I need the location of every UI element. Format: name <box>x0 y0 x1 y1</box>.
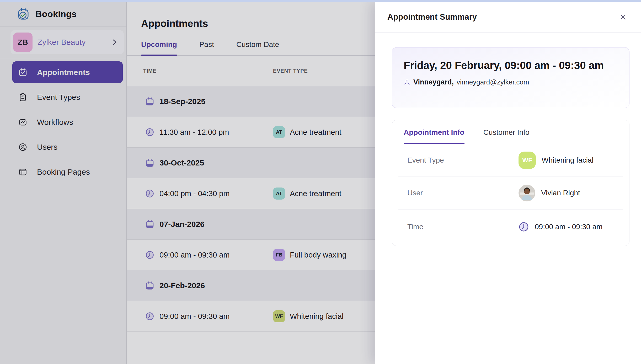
panel-tab-bar: Appointment Info Customer Info <box>392 120 629 144</box>
appointment-datetime: Friday, 20 February, 09:00 am - 09:30 am <box>392 47 629 71</box>
contact-line: Vinneygard, vinneygard@zylker.com <box>404 78 629 86</box>
event-type-badge: WF <box>519 152 536 169</box>
appointment-summary-panel: Appointment Summary Friday, 20 February,… <box>375 2 641 364</box>
summary-card: Friday, 20 February, 09:00 am - 09:30 am… <box>392 47 629 108</box>
detail-row-event-type: Event Type WF Whitening facial <box>398 144 623 177</box>
close-icon[interactable] <box>617 11 629 23</box>
detail-label: Event Type <box>407 156 519 164</box>
panel-body: Friday, 20 February, 09:00 am - 09:30 am… <box>375 47 641 246</box>
panel-header: Appointment Summary <box>375 2 641 33</box>
detail-label: User <box>407 189 519 197</box>
tab-customer-info[interactable]: Customer Info <box>483 128 530 144</box>
clock-icon <box>519 222 529 232</box>
tab-appointment-info[interactable]: Appointment Info <box>404 128 464 144</box>
details-card: Appointment Info Customer Info Event Typ… <box>392 120 629 246</box>
person-icon <box>404 79 410 86</box>
detail-value-group: 09:00 am - 09:30 am <box>519 222 602 232</box>
contact-name: Vinneygard, <box>413 78 454 86</box>
time-value: 09:00 am - 09:30 am <box>535 223 602 231</box>
user-avatar <box>519 185 535 201</box>
contact-email: vinneygard@zylker.com <box>457 78 529 86</box>
detail-value-group: Vivian Right <box>519 185 580 201</box>
detail-label: Time <box>407 223 519 231</box>
detail-row-user: User Vivian Right <box>398 177 623 210</box>
panel-title: Appointment Summary <box>387 12 477 22</box>
detail-row-time: Time 09:00 am - 09:30 am <box>398 210 623 244</box>
user-name-value: Vivian Right <box>541 189 580 197</box>
browser-top-strip <box>0 0 641 2</box>
event-type-value: Whitening facial <box>542 156 594 164</box>
detail-value-group: WF Whitening facial <box>519 152 594 169</box>
